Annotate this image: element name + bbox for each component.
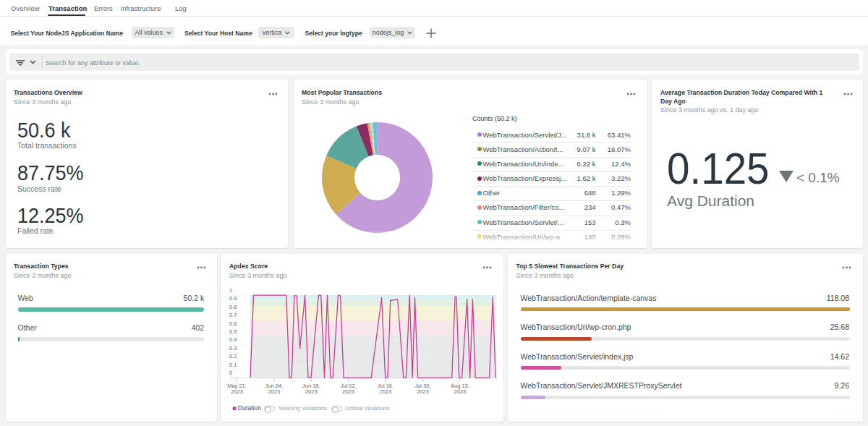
svg-text:2023: 2023: [231, 388, 243, 394]
svg-text:2023: 2023: [454, 388, 467, 394]
svg-text:2023: 2023: [380, 388, 392, 394]
svg-text:0.3: 0.3: [229, 344, 237, 351]
svg-text:2023: 2023: [305, 388, 318, 394]
svg-text:2023: 2023: [417, 388, 429, 394]
svg-text:0.1: 0.1: [229, 361, 237, 367]
svg-text:2023: 2023: [268, 388, 281, 394]
svg-text:2023: 2023: [342, 388, 354, 394]
svg-text:1: 1: [229, 286, 232, 293]
svg-text:0.5: 0.5: [229, 328, 237, 335]
svg-text:0.2: 0.2: [229, 353, 237, 359]
svg-text:0.8: 0.8: [229, 303, 237, 310]
svg-text:0: 0: [229, 370, 232, 376]
svg-text:0.6: 0.6: [229, 320, 237, 326]
svg-text:0.4: 0.4: [229, 336, 237, 343]
svg-text:0.9: 0.9: [229, 295, 237, 302]
svg-text:0.7: 0.7: [229, 312, 237, 318]
